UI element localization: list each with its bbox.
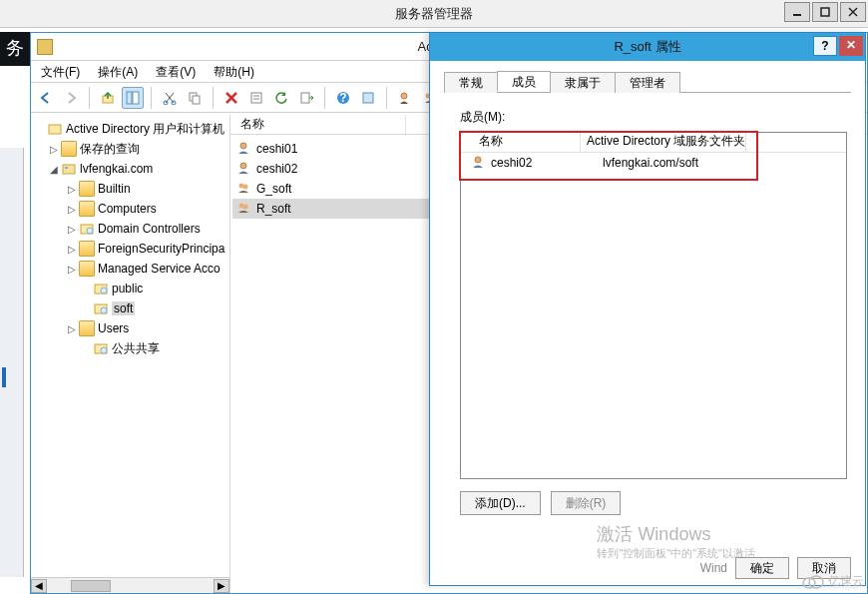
tree-pane[interactable]: Active Directory 用户和计算机 ▷ 保存的查询 ◢ lvfeng… — [31, 115, 230, 593]
add-button[interactable]: 添加(D)... — [460, 491, 541, 515]
expand-icon[interactable]: ▷ — [65, 204, 79, 215]
activate-windows-watermark: 激活 Windows 转到"控制面板"中的"系统"以激活 — [597, 522, 755, 561]
export-list-icon[interactable] — [295, 87, 317, 109]
collapse-icon[interactable]: ◢ — [47, 164, 61, 175]
cut-icon[interactable] — [159, 87, 181, 109]
ou-icon — [79, 221, 95, 237]
tree-users[interactable]: ▷Users — [33, 318, 227, 338]
properties-title: R_soft 属性 — [614, 38, 680, 56]
tree-soft[interactable]: soft — [33, 298, 227, 318]
remove-button[interactable]: 删除(R) — [551, 491, 622, 515]
background-fragment: 务 — [0, 32, 30, 66]
tree-fsp[interactable]: ▷ForeignSecurityPrincipa — [33, 239, 227, 259]
member-row[interactable]: ceshi02lvfengkai.com/soft — [461, 153, 846, 173]
menu-file[interactable]: 文件(F) — [37, 63, 84, 80]
expand-icon[interactable]: ▷ — [65, 184, 79, 195]
tab-panel-members: 成员(M): 名称 Active Directory 域服务文件夹 ceshi0… — [444, 93, 851, 519]
user-icon — [471, 155, 487, 171]
svg-point-42 — [475, 157, 481, 163]
tab-members[interactable]: 成员 — [497, 71, 551, 92]
properties-icon[interactable] — [245, 87, 267, 109]
help-button[interactable]: ? — [813, 36, 837, 56]
tab-general[interactable]: 常规 — [444, 72, 498, 93]
members-listbox[interactable]: 名称 Active Directory 域服务文件夹 ceshi02lvfeng… — [460, 132, 847, 479]
svg-rect-6 — [133, 92, 139, 104]
svg-rect-25 — [49, 125, 61, 134]
svg-point-41 — [243, 205, 248, 210]
group-icon — [236, 201, 252, 217]
tree-public[interactable]: public — [33, 279, 227, 298]
find-icon[interactable] — [357, 87, 379, 109]
svg-rect-5 — [127, 92, 132, 104]
refresh-icon[interactable] — [270, 87, 292, 109]
members-col-folder[interactable]: Active Directory 域服务文件夹 — [581, 133, 746, 152]
cancel-button[interactable]: 取消 — [797, 557, 851, 579]
tab-memberof[interactable]: 隶属于 — [550, 72, 616, 93]
properties-titlebar[interactable]: R_soft 属性 ? ✕ — [430, 33, 865, 61]
close-button[interactable]: ✕ — [839, 36, 863, 56]
list-item-label: ceshi02 — [256, 162, 297, 176]
properties-dialog: R_soft 属性 ? ✕ 常规 成员 隶属于 管理者 成员(M): 名称 Ac… — [429, 32, 866, 586]
expand-icon[interactable]: ▷ — [65, 264, 79, 275]
scroll-left-icon[interactable]: ◀ — [31, 579, 47, 593]
folder-icon — [79, 320, 95, 336]
list-item-label: G_soft — [256, 182, 291, 196]
show-hide-tree-icon[interactable] — [122, 87, 144, 109]
nav-forward-icon[interactable] — [60, 87, 82, 109]
tree-saved-queries[interactable]: ▷ 保存的查询 — [33, 139, 227, 159]
svg-point-31 — [101, 288, 107, 294]
tree-domain-controllers[interactable]: ▷Domain Controllers — [33, 219, 227, 239]
member-name: ceshi02 — [491, 156, 603, 170]
svg-rect-10 — [193, 96, 200, 104]
expand-icon[interactable]: ▷ — [65, 323, 79, 334]
list-item-label: R_soft — [256, 202, 291, 216]
members-header[interactable]: 名称 Active Directory 域服务文件夹 — [461, 133, 846, 153]
tree-msa[interactable]: ▷Managed Service Acco — [33, 259, 227, 279]
ok-button[interactable]: 确定 — [735, 557, 789, 579]
svg-rect-27 — [65, 167, 68, 169]
expand-icon[interactable]: ▷ — [65, 224, 79, 235]
server-manager-titlebar: 服务器管理器 — [0, 0, 868, 28]
copy-icon[interactable] — [184, 87, 206, 109]
menu-view[interactable]: 查看(V) — [152, 63, 200, 80]
menu-help[interactable]: 帮助(H) — [210, 63, 258, 80]
svg-rect-16 — [301, 93, 309, 103]
user-icon — [236, 161, 252, 177]
svg-rect-13 — [251, 93, 261, 103]
help-icon[interactable]: ? — [332, 87, 354, 109]
up-level-icon[interactable] — [97, 87, 119, 109]
scroll-thumb[interactable] — [71, 580, 111, 592]
tree-root[interactable]: Active Directory 用户和计算机 — [33, 119, 227, 139]
scroll-right-icon[interactable]: ▶ — [214, 579, 229, 593]
minimize-button[interactable] — [784, 2, 810, 22]
delete-icon[interactable] — [220, 87, 242, 109]
members-col-name[interactable]: 名称 — [461, 133, 581, 152]
svg-point-29 — [87, 228, 93, 234]
folder-icon — [79, 201, 95, 217]
svg-rect-19 — [363, 93, 373, 103]
new-user-icon[interactable] — [394, 87, 416, 109]
tree-public-share[interactable]: 公共共享 — [33, 338, 227, 358]
aduc-root-icon — [47, 121, 63, 137]
tree-builtin[interactable]: ▷Builtin — [33, 179, 227, 199]
tree-domain[interactable]: ◢ lvfengkai.com — [33, 159, 227, 179]
member-folder: lvfengkai.com/soft — [603, 156, 698, 170]
nav-back-icon[interactable] — [35, 87, 57, 109]
tab-managedby[interactable]: 管理者 — [615, 72, 680, 93]
group-icon — [236, 181, 252, 197]
close-button[interactable] — [840, 2, 866, 22]
tree-horizontal-scrollbar[interactable]: ◀ ▶ — [31, 577, 229, 593]
aduc-app-icon — [37, 39, 53, 55]
tree-computers[interactable]: ▷Computers — [33, 199, 227, 219]
svg-point-33 — [101, 307, 107, 313]
ou-icon — [93, 300, 109, 316]
menu-action[interactable]: 操作(A) — [94, 63, 142, 80]
list-col-name[interactable]: 名称 — [236, 115, 406, 134]
expand-icon[interactable]: ▷ — [47, 144, 61, 155]
maximize-button[interactable] — [812, 2, 838, 22]
domain-icon — [61, 161, 77, 177]
svg-point-20 — [401, 93, 407, 99]
tabs: 常规 成员 隶属于 管理者 — [444, 71, 851, 93]
expand-icon[interactable]: ▷ — [65, 244, 79, 255]
svg-rect-26 — [63, 165, 75, 174]
